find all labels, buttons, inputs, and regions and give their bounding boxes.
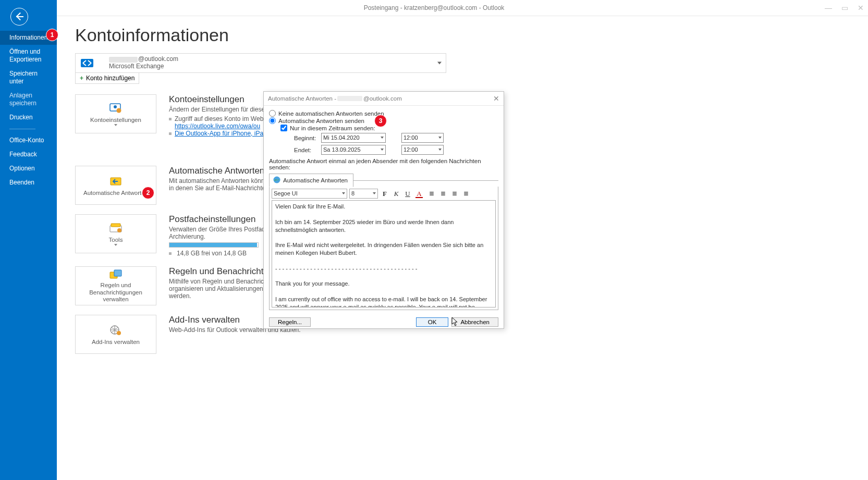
svg-rect-0: [81, 59, 93, 67]
minimize-icon[interactable]: —: [825, 0, 832, 16]
chevron-down-icon: [114, 244, 117, 246]
annotation-badge-1: 1: [46, 29, 58, 41]
rules-icon: [109, 269, 123, 280]
card-automatic-replies[interactable]: Automatische Antworten: [75, 166, 156, 205]
bullet-icon: [169, 132, 172, 135]
font-size-select[interactable]: 8: [349, 189, 378, 199]
card-account-settings[interactable]: Kontoeinstellungen: [75, 94, 156, 133]
automatic-replies-icon: [109, 175, 123, 188]
card-addins[interactable]: Add-Ins verwalten: [75, 315, 156, 354]
dialog-titlebar[interactable]: Automatische Antworten - @outlook.com ✕: [264, 92, 504, 106]
addins-icon: [109, 324, 123, 337]
account-provider: Microsoft Exchange: [109, 63, 178, 70]
svg-point-7: [117, 228, 121, 232]
annotation-badge-3: 3: [374, 115, 387, 127]
editor-toolbar: Segoe UI 8 F K U A ≣ ≣ ≣ ≣: [272, 189, 496, 199]
sidebar-item-office-account[interactable]: Office-Konto: [0, 133, 57, 147]
sidebar-item-options[interactable]: Optionen: [0, 162, 57, 176]
outdent-button[interactable]: ≣: [449, 189, 458, 199]
sidebar-separator: [9, 129, 35, 129]
underline-button[interactable]: U: [403, 189, 412, 199]
svg-rect-6: [111, 224, 120, 227]
tools-icon: [109, 221, 123, 235]
window-controls: — ▭ ✕: [825, 0, 864, 16]
svg-rect-9: [114, 270, 121, 276]
app-header: Posteingang - kratzenberg@outlook.com - …: [0, 0, 868, 16]
numbered-list-button[interactable]: ≣: [437, 189, 447, 199]
page-title: Kontoinformationen: [75, 25, 868, 45]
close-icon[interactable]: ✕: [493, 94, 499, 103]
end-date-picker[interactable]: Sa 13.09.2025: [321, 145, 386, 155]
begin-label: Beginnt:: [294, 135, 317, 141]
close-window-icon[interactable]: ✕: [858, 0, 864, 16]
checkbox-only-period[interactable]: Nur in diesem Zeitraum senden:: [280, 125, 498, 131]
end-time-picker[interactable]: 12:00: [401, 145, 444, 155]
message-editor[interactable]: Vielen Dank für Ihre E-Mail. Ich bin am …: [272, 200, 496, 307]
bullet-icon: [169, 118, 172, 120]
exchange-icon: [81, 57, 93, 69]
font-family-select[interactable]: Segoe UI: [272, 189, 347, 199]
chevron-down-icon: [114, 124, 117, 126]
app-title: Posteingang - kratzenberg@outlook.com - …: [364, 4, 505, 11]
card-tools[interactable]: Tools: [75, 214, 156, 253]
sidebar-item-save-attachments[interactable]: Anlagen speichern: [0, 89, 57, 110]
bullet-list-button[interactable]: ≣: [426, 189, 435, 199]
cancel-button[interactable]: Abbrechen: [451, 317, 498, 327]
tab-automatic-replies[interactable]: Automatische Antworten: [269, 174, 353, 187]
indent-button[interactable]: ≣: [460, 189, 470, 199]
end-label: Endet:: [294, 147, 317, 153]
card-rules[interactable]: Regeln und Benachrichtigungen verwalten: [75, 266, 156, 305]
begin-time-picker[interactable]: 12:00: [401, 133, 444, 143]
tab-header: Automatische Antworten: [269, 174, 498, 187]
account-email-suffix: @outlook.com: [138, 55, 178, 63]
owa-link[interactable]: https://outlook.live.com/owa/ou: [175, 122, 260, 130]
svg-point-3: [117, 108, 121, 113]
backstage-sidebar: Informationen Öffnen und Exportieren Spe…: [0, 0, 57, 480]
rules-button[interactable]: Regeln...: [269, 317, 311, 327]
send-to-label: Automatische Antwort einmal an jeden Abs…: [269, 158, 498, 170]
plus-icon: +: [80, 75, 83, 82]
account-settings-icon: [109, 102, 123, 115]
begin-date-picker[interactable]: Mi 15.04.2020: [321, 133, 386, 143]
sidebar-item-open-export[interactable]: Öffnen und Exportieren: [0, 45, 57, 67]
ok-button[interactable]: OK: [416, 317, 449, 327]
back-button[interactable]: [10, 8, 28, 26]
maximize-icon[interactable]: ▭: [841, 0, 848, 16]
font-color-button[interactable]: A: [414, 189, 424, 199]
sidebar-item-feedback[interactable]: Feedback: [0, 147, 57, 162]
automatic-replies-dialog: Automatische Antworten - @outlook.com ✕ …: [263, 91, 504, 329]
storage-text: 14,8 GB frei von 14,8 GB: [177, 250, 247, 257]
chevron-down-icon: [437, 62, 442, 65]
add-account-button[interactable]: +Konto hinzufügen: [75, 72, 139, 84]
account-selector[interactable]: @outlook.com Microsoft Exchange: [75, 53, 446, 73]
sidebar-item-save-as[interactable]: Speichern unter: [0, 67, 57, 89]
italic-button[interactable]: K: [392, 189, 401, 199]
bold-button[interactable]: F: [380, 189, 389, 199]
account-info: @outlook.com Microsoft Exchange: [109, 56, 178, 70]
sidebar-item-exit[interactable]: Beenden: [0, 176, 57, 190]
sidebar-item-print[interactable]: Drucken: [0, 110, 57, 125]
svg-point-2: [114, 105, 117, 108]
storage-bar: [169, 242, 259, 248]
bullet-icon: [169, 252, 172, 255]
globe-icon: [273, 176, 281, 185]
blurred-name: [109, 57, 138, 63]
mobile-app-link[interactable]: Die Outlook-App für iPhone, iPad: [175, 130, 267, 137]
svg-point-11: [117, 331, 121, 335]
blurred-name: [337, 96, 362, 101]
annotation-badge-2: 2: [142, 187, 154, 199]
